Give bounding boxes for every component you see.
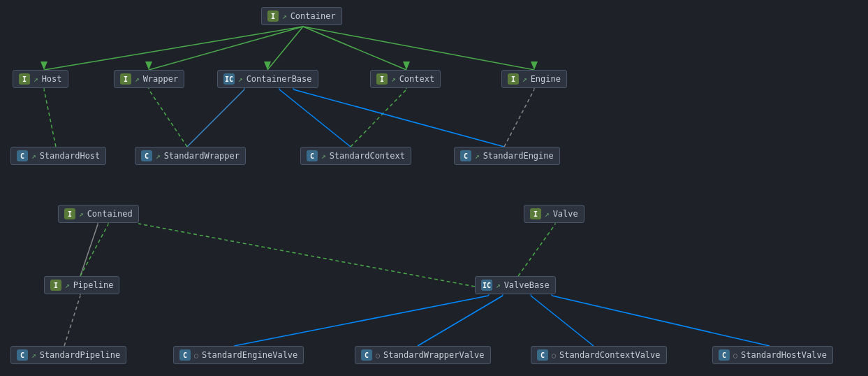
svg-line-8 bbox=[303, 27, 534, 70]
label-standardenginevalve: StandardEngineValve bbox=[202, 350, 297, 360]
label-host: Host bbox=[42, 74, 62, 84]
badge-containerbase: IC bbox=[223, 73, 235, 85]
svg-line-12 bbox=[187, 89, 244, 147]
label-valve: Valve bbox=[553, 209, 578, 219]
badge-standardenginevalve: C bbox=[179, 349, 191, 361]
badge-standardhost: C bbox=[17, 150, 28, 161]
badge-standardengine: C bbox=[460, 150, 471, 161]
node-standardwrappervalve: C ○ StandardWrapperValve bbox=[355, 346, 491, 364]
label-standardengine: StandardEngine bbox=[483, 151, 554, 161]
label-standardpipeline: StandardPipeline bbox=[40, 350, 121, 360]
badge-valve: I bbox=[530, 208, 541, 219]
label-containerbase: ContainerBase bbox=[247, 74, 312, 84]
badge-standardcontextvalve: C bbox=[537, 349, 548, 361]
svg-line-6 bbox=[303, 27, 406, 70]
badge-engine: I bbox=[508, 73, 519, 85]
label-standardhost: StandardHost bbox=[40, 151, 101, 161]
badge-standardwrapper: C bbox=[141, 150, 152, 161]
badge-standardhostvalve: C bbox=[719, 349, 730, 361]
badge-contained: I bbox=[64, 208, 75, 219]
svg-line-28 bbox=[518, 224, 555, 276]
svg-line-14 bbox=[149, 89, 187, 147]
svg-line-32 bbox=[234, 296, 489, 346]
badge-pipeline: I bbox=[50, 280, 61, 291]
label-context: Context bbox=[399, 74, 435, 84]
node-standardwrapper: C ↗ StandardWrapper bbox=[135, 147, 246, 165]
label-pipeline: Pipeline bbox=[73, 280, 114, 290]
node-standardcontextvalve: C ○ StandardContextValve bbox=[531, 346, 667, 364]
node-standardengine: C ↗ StandardEngine bbox=[454, 147, 560, 165]
arrows-svg bbox=[0, 0, 868, 376]
badge-wrapper: I bbox=[120, 73, 131, 85]
label-standardcontextvalve: StandardContextValve bbox=[559, 350, 661, 360]
label-wrapper: Wrapper bbox=[143, 74, 179, 84]
svg-line-18 bbox=[351, 89, 406, 147]
svg-line-24 bbox=[80, 224, 98, 276]
node-contained: I ↗ Contained bbox=[58, 205, 139, 223]
node-container: I ↗ Container bbox=[261, 7, 342, 25]
label-engine: Engine bbox=[531, 74, 561, 84]
svg-line-38 bbox=[552, 296, 770, 346]
svg-line-20 bbox=[293, 89, 504, 147]
svg-line-2 bbox=[149, 27, 303, 70]
node-standardenginevalve: C ○ StandardEngineValve bbox=[173, 346, 304, 364]
svg-marker-3 bbox=[145, 62, 152, 70]
node-pipeline: I ↗ Pipeline bbox=[44, 276, 119, 294]
badge-standardcontext: C bbox=[307, 150, 318, 161]
svg-line-36 bbox=[531, 296, 594, 346]
svg-marker-7 bbox=[403, 62, 410, 70]
svg-marker-9 bbox=[531, 62, 538, 70]
node-standardpipeline: C ↗ StandardPipeline bbox=[10, 346, 126, 364]
badge-standardpipeline: C bbox=[17, 349, 28, 361]
svg-line-34 bbox=[418, 296, 503, 346]
node-standardcontext: C ↗ StandardContext bbox=[300, 147, 411, 165]
badge-context: I bbox=[376, 73, 388, 85]
label-standardwrapper: StandardWrapper bbox=[164, 151, 240, 161]
node-valve: I ↗ Valve bbox=[524, 205, 584, 223]
node-context: I ↗ Context bbox=[370, 70, 441, 88]
label-valvebase: ValveBase bbox=[504, 280, 550, 290]
svg-line-26 bbox=[80, 224, 108, 276]
node-containerbase: IC ↗ ContainerBase bbox=[217, 70, 318, 88]
label-contained: Contained bbox=[87, 209, 133, 219]
node-host: I ↗ Host bbox=[13, 70, 68, 88]
node-standardhostvalve: C ○ StandardHostValve bbox=[712, 346, 833, 364]
svg-line-16 bbox=[279, 89, 351, 147]
svg-marker-5 bbox=[264, 62, 271, 70]
badge-standardwrappervalve: C bbox=[361, 349, 372, 361]
label-standardhostvalve: StandardHostValve bbox=[741, 350, 827, 360]
node-wrapper: I ↗ Wrapper bbox=[114, 70, 184, 88]
svg-marker-1 bbox=[41, 62, 47, 70]
svg-line-40 bbox=[138, 224, 475, 287]
node-engine: I ↗ Engine bbox=[501, 70, 567, 88]
label-container: Container bbox=[290, 11, 336, 21]
svg-line-30 bbox=[64, 296, 80, 346]
node-valvebase: IC ↗ ValveBase bbox=[475, 276, 556, 294]
svg-line-4 bbox=[267, 27, 303, 70]
svg-line-0 bbox=[44, 27, 303, 70]
svg-line-22 bbox=[504, 89, 534, 147]
badge-container: I bbox=[267, 10, 279, 22]
class-diagram: I ↗ Container I ↗ Host I ↗ Wrapper IC ↗ … bbox=[0, 0, 868, 376]
badge-host: I bbox=[19, 73, 30, 85]
label-standardwrappervalve: StandardWrapperValve bbox=[383, 350, 485, 360]
badge-valvebase: IC bbox=[481, 280, 492, 291]
node-standardhost: C ↗ StandardHost bbox=[10, 147, 106, 165]
label-standardcontext: StandardContext bbox=[330, 151, 405, 161]
svg-line-10 bbox=[44, 89, 56, 147]
